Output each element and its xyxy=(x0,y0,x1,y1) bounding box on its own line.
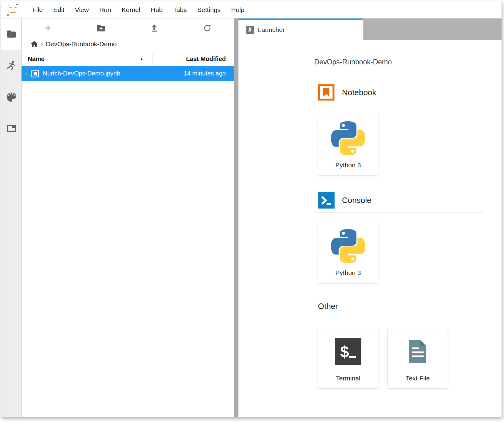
card-label-python3: Python 3 xyxy=(335,161,361,169)
menu-settings[interactable]: Settings xyxy=(192,6,226,14)
section-divider xyxy=(314,318,483,318)
svg-text:$: $ xyxy=(340,343,349,361)
tabs-icon xyxy=(6,123,17,134)
section-divider xyxy=(314,105,483,105)
file-browser-toolbar xyxy=(22,18,234,36)
refresh-button[interactable] xyxy=(181,23,234,33)
upload-button[interactable] xyxy=(128,23,181,33)
launcher-card-notebook-python3[interactable]: Python 3 xyxy=(318,115,378,175)
plus-icon xyxy=(43,23,53,33)
launcher-cwd-title: DevOps-Runbook-Demo xyxy=(314,58,483,66)
terminal-icon: $ xyxy=(335,338,361,365)
column-header-last-modified[interactable]: Last Modified xyxy=(152,55,234,63)
launcher-section-console: Console Python 3 xyxy=(314,192,483,283)
launcher-card-text-file[interactable]: Text File xyxy=(388,328,448,388)
launcher-section-other: Other $ Terminal xyxy=(314,302,483,388)
python-icon xyxy=(331,121,365,156)
section-label-console: Console xyxy=(342,196,371,205)
section-divider xyxy=(314,213,483,213)
refresh-icon xyxy=(203,23,212,33)
notebook-icon xyxy=(318,84,335,101)
text-file-icon xyxy=(404,338,431,365)
menu-edit[interactable]: Edit xyxy=(48,6,70,14)
breadcrumb-separator: › xyxy=(41,41,43,48)
section-label-other: Other xyxy=(318,302,338,311)
panel-splitter[interactable] xyxy=(234,18,238,417)
menu-kernel[interactable]: Kernel xyxy=(116,6,146,14)
file-list-header: Name ▲ Last Modified xyxy=(22,52,234,66)
menu-run[interactable]: Run xyxy=(94,6,116,14)
tab-launcher[interactable]: Launcher xyxy=(238,18,364,40)
launcher-rocket-icon xyxy=(246,26,254,34)
launcher-section-notebook: Notebook Python 3 xyxy=(314,84,483,175)
breadcrumb-path[interactable]: DevOps-Runbook-Demo xyxy=(46,40,117,48)
activity-sidebar xyxy=(1,18,22,417)
menu-view[interactable]: View xyxy=(70,6,94,14)
menu-file[interactable]: File xyxy=(27,6,48,14)
sidebar-item-command-palette[interactable] xyxy=(1,81,21,113)
new-launcher-button[interactable] xyxy=(22,23,75,33)
menu-hub[interactable]: Hub xyxy=(145,6,168,14)
file-last-modified: 14 minutes ago xyxy=(160,70,234,77)
card-label-text-file: Text File xyxy=(406,375,430,382)
kernel-running-dot-icon xyxy=(25,72,28,75)
new-folder-icon xyxy=(96,23,106,33)
file-name: Nurtch-DevOps-Demo.ipynb xyxy=(43,70,160,77)
jupyterlab-window: File Edit View Run Kernel Hub Tabs Setti… xyxy=(1,1,502,417)
launcher-panel: DevOps-Runbook-Demo Notebook xyxy=(238,40,502,417)
section-label-notebook: Notebook xyxy=(342,88,376,97)
menu-bar: File Edit View Run Kernel Hub Tabs Setti… xyxy=(1,1,502,18)
console-icon xyxy=(318,192,335,209)
launcher-card-console-python3[interactable]: Python 3 xyxy=(318,223,378,283)
palette-icon xyxy=(6,91,17,103)
launcher-card-terminal[interactable]: $ Terminal xyxy=(318,328,378,388)
menu-help[interactable]: Help xyxy=(226,6,250,14)
main-dock-panel: Launcher DevOps-Runbook-Demo Notebook xyxy=(238,18,502,417)
card-label-terminal: Terminal xyxy=(336,375,360,382)
jupyter-logo-icon xyxy=(6,3,20,17)
dock-tab-bar: Launcher xyxy=(238,18,502,40)
menu-tabs[interactable]: Tabs xyxy=(168,6,192,14)
name-column-label: Name xyxy=(28,55,44,63)
notebook-file-icon xyxy=(31,70,39,78)
home-icon[interactable] xyxy=(30,40,38,48)
running-icon xyxy=(6,60,17,71)
file-row-selected[interactable]: Nurtch-DevOps-Demo.ipynb 14 minutes ago xyxy=(22,66,234,81)
sidebar-item-running-sessions[interactable] xyxy=(1,50,21,81)
folder-icon xyxy=(6,29,17,40)
card-label-python3: Python 3 xyxy=(335,269,361,277)
sort-ascending-icon: ▲ xyxy=(140,57,144,61)
tab-launcher-label: Launcher xyxy=(258,26,285,34)
new-folder-button[interactable] xyxy=(75,23,128,33)
sidebar-item-open-tabs[interactable] xyxy=(1,113,21,144)
python-icon xyxy=(331,229,365,263)
file-browser-panel: › DevOps-Runbook-Demo Name ▲ Last Modifi… xyxy=(22,18,234,417)
sidebar-item-file-browser[interactable] xyxy=(1,18,21,50)
column-header-name[interactable]: Name ▲ xyxy=(22,52,152,66)
upload-icon xyxy=(149,23,159,33)
breadcrumb: › DevOps-Runbook-Demo xyxy=(22,36,234,52)
